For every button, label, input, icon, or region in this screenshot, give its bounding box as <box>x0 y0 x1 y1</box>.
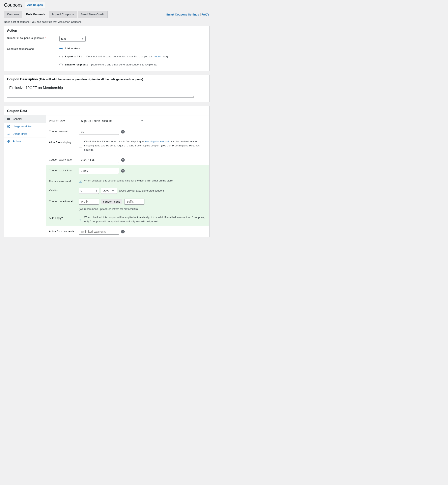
num-coupons-input[interactable]: 500 ▲▼ <box>59 36 86 42</box>
discount-type-value: Sign Up Fee % Discount <box>81 119 112 122</box>
auto-apply-desc: When checked, this coupon will be applie… <box>84 215 207 224</box>
sidebar-item-label: Usage limits <box>13 132 27 135</box>
svg-point-7 <box>8 134 9 135</box>
tab-bulk-generate[interactable]: Bulk Generate <box>23 11 48 18</box>
coupon-data-sidebar: General Usage restriction Usage limits <box>4 115 46 237</box>
action-panel: Action Number of coupons to generate * 5… <box>4 26 209 71</box>
valid-for-unit: Days <box>103 189 109 192</box>
discount-type-select[interactable]: Sign Up Fee % Discount <box>79 118 145 124</box>
description-heading: Coupon Description <box>7 78 39 81</box>
valid-for-input[interactable]: 0 ▲▼ <box>79 188 99 194</box>
description-textarea[interactable] <box>7 84 194 98</box>
code-format-row: Coupon code format Prefix coupon_code Su… <box>46 196 209 213</box>
sidebar-item-usage-restriction[interactable]: Usage restriction <box>4 123 46 130</box>
auto-apply-checkbox[interactable] <box>79 218 82 221</box>
free-shipping-row: Allow free shipping Check this box if th… <box>46 137 209 154</box>
num-coupons-label-text: Number of coupons to generate <box>7 36 45 40</box>
expiry-date-label: Coupon expiry date <box>49 157 79 161</box>
separator: | <box>200 13 201 16</box>
radio-icon <box>59 55 63 58</box>
add-coupon-button[interactable]: Add Coupon <box>25 2 45 8</box>
num-coupons-row: Number of coupons to generate * 500 ▲▼ <box>7 36 207 42</box>
required-star: * <box>45 36 46 40</box>
free-shipping-checkbox[interactable] <box>79 144 82 147</box>
coupon-data-heading: Coupon Data <box>4 106 209 115</box>
valid-for-value: 0 <box>80 189 82 192</box>
page-header: Coupons Add Coupon <box>4 2 209 8</box>
sidebar-item-general[interactable]: General <box>4 115 46 123</box>
sidebar-item-label: Usage restriction <box>13 125 32 128</box>
prefix-input[interactable]: Prefix <box>79 199 99 205</box>
generate-and-row: Generate coupons and Add to store Export… <box>7 47 207 67</box>
radio-icon <box>59 47 63 50</box>
radio-export-label: Export to CSV <box>65 55 82 58</box>
tab-import-coupons[interactable]: Import Coupons <box>49 11 77 18</box>
sliders-icon <box>7 132 10 135</box>
sidebar-item-usage-limits[interactable]: Usage limits <box>4 130 46 138</box>
discount-type-row: Discount type Sign Up Fee % Discount <box>46 115 209 126</box>
export-desc-after: later) <box>161 55 168 58</box>
coupon-amount-row: Coupon amount 10 ? <box>46 126 209 137</box>
description-heading-row: Coupon Description (This will add the sa… <box>7 78 207 81</box>
action-heading: Action <box>7 29 207 32</box>
expiry-date-input[interactable]: 2023-11-30 <box>79 157 119 163</box>
ticket-icon <box>7 117 10 121</box>
description-panel: Coupon Description (This will add the sa… <box>4 75 209 102</box>
import-link[interactable]: import <box>154 55 161 58</box>
auto-apply-label: Auto apply? <box>49 215 79 220</box>
expiry-time-input[interactable]: 23:59 <box>79 168 119 174</box>
coupon-amount-label: Coupon amount <box>49 129 79 133</box>
active-payments-input[interactable]: Unlimited payments <box>79 229 119 235</box>
stepper-icon[interactable]: ▲▼ <box>96 189 97 192</box>
new-user-checkbox[interactable] <box>79 179 82 183</box>
coupon-data-body: General Usage restriction Usage limits <box>4 115 209 237</box>
gear-icon <box>7 140 10 143</box>
expiry-time-row: Coupon expiry time 23:59 ? <box>46 165 209 176</box>
subtitle: Need a lot of coupons? You can easily do… <box>4 20 209 23</box>
tabs: Coupons Bulk Generate Import Coupons Sen… <box>4 11 108 18</box>
help-icon[interactable]: ? <box>121 130 125 134</box>
coupon-amount-input[interactable]: 10 <box>79 129 119 135</box>
expiry-time-label: Coupon expiry time <box>49 168 79 172</box>
sidebar-item-label: General <box>13 117 22 120</box>
tabs-row: Coupons Bulk Generate Import Coupons Sen… <box>4 11 209 18</box>
code-format-label: Coupon code format <box>49 199 79 203</box>
radio-export-csv[interactable]: Export to CSV (Does not add to store, bu… <box>59 55 168 58</box>
valid-for-unit-select[interactable]: Days <box>101 188 117 194</box>
help-icon[interactable]: ? <box>121 158 125 162</box>
valid-for-row: Valid for 0 ▲▼ Days (Used only for auto-… <box>46 185 209 196</box>
generate-and-label: Generate coupons and <box>7 47 59 67</box>
auto-apply-row: Auto apply? When checked, this coupon wi… <box>46 213 209 226</box>
ban-icon <box>7 125 10 128</box>
help-icon[interactable]: ? <box>121 169 125 173</box>
faqs-link[interactable]: FAQ's <box>201 13 209 16</box>
smart-coupons-settings-link[interactable]: Smart Coupons Settings <box>166 13 200 16</box>
page-title: Coupons <box>4 2 23 8</box>
valid-for-label: Valid for <box>49 188 79 192</box>
coupon-data-main: Discount type Sign Up Fee % Discount Cou… <box>46 115 209 237</box>
discount-type-label: Discount type <box>49 118 79 122</box>
right-links: Smart Coupons Settings | FAQ's <box>166 13 209 18</box>
coupon-data-panel: Coupon Data General Usage restriction <box>4 106 209 237</box>
expiry-date-row: Coupon expiry date 2023-11-30 ? <box>46 154 209 165</box>
tab-send-store-credit[interactable]: Send Store Credit <box>78 11 108 18</box>
description-subheading: (This will add the same coupon descripti… <box>39 78 143 81</box>
code-format-note: (We recommend up to three letters for pr… <box>79 207 207 210</box>
stepper-icon[interactable]: ▲▼ <box>82 38 84 40</box>
num-coupons-value: 500 <box>61 37 66 40</box>
export-desc-before: (Does not add to store, but creates a .c… <box>85 55 154 58</box>
tab-coupons[interactable]: Coupons <box>4 11 22 18</box>
free-shipping-method-link[interactable]: free shipping method <box>144 140 169 143</box>
radio-email-recipients[interactable]: Email to recipients (Add to store and em… <box>59 63 168 66</box>
suffix-input[interactable]: Suffix <box>124 199 144 205</box>
sidebar-item-actions[interactable]: Actions <box>4 138 46 145</box>
num-coupons-label: Number of coupons to generate * <box>7 36 59 42</box>
help-icon[interactable]: ? <box>121 230 125 233</box>
svg-line-1 <box>8 126 10 127</box>
radio-email-label: Email to recipients <box>65 63 88 66</box>
chevron-down-icon <box>112 190 114 192</box>
radio-add-to-store[interactable]: Add to store <box>59 47 168 50</box>
svg-point-5 <box>9 134 10 134</box>
radio-export-desc: (Does not add to store, but creates a .c… <box>85 55 168 58</box>
free-shipping-text-before: Check this box if the coupon grants free… <box>84 140 144 143</box>
